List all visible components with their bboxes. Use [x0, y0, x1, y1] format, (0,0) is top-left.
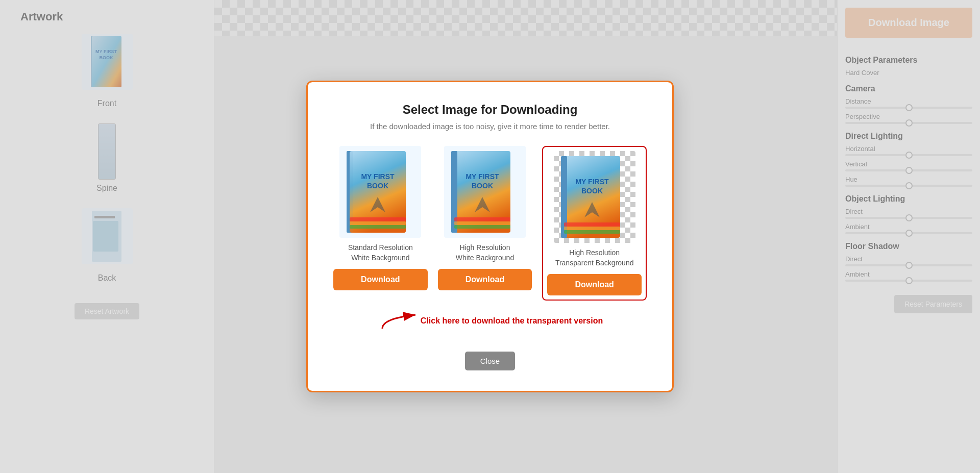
transparent-hint: Click here to download the transparent v…: [377, 311, 603, 331]
modal-options: MY FIRST BOOK Standard Resolution Whi: [333, 146, 647, 301]
svg-text:MY FIRST: MY FIRST: [465, 172, 499, 181]
book-svg-standard: MY FIRST BOOK: [339, 146, 421, 238]
svg-rect-30: [564, 222, 620, 227]
svg-rect-24: [454, 225, 510, 229]
svg-rect-15: [350, 221, 406, 225]
arrow-icon: [377, 311, 418, 331]
preview-transparent: MY FIRST BOOK: [554, 151, 635, 243]
svg-text:MY FIRST: MY FIRST: [575, 178, 609, 186]
option-label-transparent: High Resolution Transparent Background: [555, 248, 634, 268]
download-button-high[interactable]: Download: [438, 269, 532, 290]
option-transparent: MY FIRST BOOK High Resolution Transparen…: [542, 146, 647, 301]
option-high: MY FIRST BOOK High Resolution White Back…: [438, 146, 532, 301]
modal-dialog: Select Image for Downloading If the down…: [306, 81, 674, 392]
app-container: Artwork MY FIRST: [0, 0, 980, 473]
svg-rect-16: [350, 225, 406, 229]
svg-text:BOOK: BOOK: [367, 182, 388, 190]
svg-text:MY FIRST: MY FIRST: [361, 172, 395, 181]
option-label-standard: Standard Resolution White Background: [348, 243, 413, 263]
book-svg-high: MY FIRST BOOK: [444, 146, 526, 238]
modal-subtitle: If the downloaded image is too noisy, gi…: [333, 122, 647, 131]
svg-rect-14: [350, 217, 406, 221]
download-button-transparent[interactable]: Download: [547, 274, 642, 295]
download-button-standard[interactable]: Download: [333, 269, 428, 290]
svg-rect-22: [454, 217, 510, 221]
modal-title: Select Image for Downloading: [333, 103, 647, 117]
hint-container: Click here to download the transparent v…: [333, 311, 647, 341]
svg-text:BOOK: BOOK: [472, 182, 493, 190]
preview-high: MY FIRST BOOK: [444, 146, 526, 238]
preview-standard: MY FIRST BOOK: [339, 146, 421, 238]
option-label-high: High Resolution White Background: [456, 243, 514, 263]
close-button[interactable]: Close: [465, 352, 515, 370]
svg-rect-31: [564, 227, 620, 230]
svg-rect-32: [564, 230, 620, 234]
svg-rect-23: [454, 221, 510, 225]
book-svg-transparent: MY FIRST BOOK: [554, 151, 635, 243]
option-standard: MY FIRST BOOK Standard Resolution Whi: [333, 146, 428, 301]
modal-overlay: Select Image for Downloading If the down…: [0, 0, 980, 473]
svg-text:BOOK: BOOK: [581, 187, 603, 195]
